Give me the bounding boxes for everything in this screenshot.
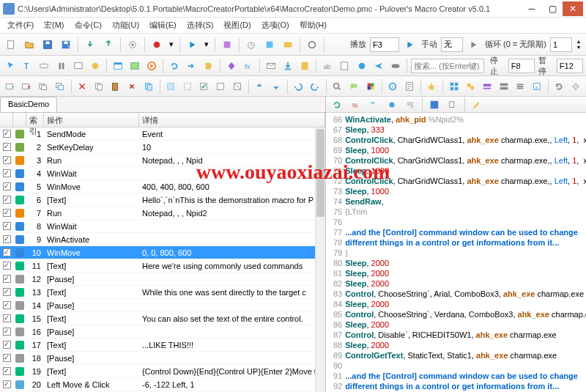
options2-button[interactable] xyxy=(568,78,583,95)
export-button[interactable] xyxy=(100,37,116,53)
row-checkbox[interactable] xyxy=(3,341,11,349)
edit2-button[interactable] xyxy=(402,78,417,95)
row-checkbox[interactable] xyxy=(3,301,11,309)
comment-button[interactable] xyxy=(346,78,361,95)
selectnone-button[interactable] xyxy=(180,78,195,95)
loop-icon[interactable] xyxy=(167,58,182,74)
table-row[interactable]: 8 WinWait xyxy=(0,220,325,233)
selectall-button[interactable] xyxy=(163,78,178,95)
duplicate-button[interactable] xyxy=(141,78,156,95)
text-icon[interactable]: T xyxy=(20,58,34,74)
row-checkbox[interactable] xyxy=(3,156,11,164)
options-button[interactable] xyxy=(304,37,320,53)
label-icon[interactable] xyxy=(201,58,216,74)
play-hotkey-input[interactable] xyxy=(370,37,399,52)
image-icon[interactable] xyxy=(127,58,142,74)
row-checkbox[interactable] xyxy=(3,182,11,191)
invertcheck-button[interactable] xyxy=(230,78,245,95)
open-button[interactable] xyxy=(21,37,37,53)
row-checkbox[interactable] xyxy=(3,275,11,283)
menu-options[interactable]: 选项(O) xyxy=(257,18,294,32)
row-checkbox[interactable] xyxy=(3,196,11,204)
import-button[interactable] xyxy=(82,37,98,53)
checkall-button[interactable] xyxy=(197,78,212,95)
table-row[interactable]: 1 SendMode Event xyxy=(0,127,325,141)
ini-icon[interactable] xyxy=(337,58,352,74)
menu-function[interactable]: 功能(U) xyxy=(108,18,144,32)
play-dropdown[interactable]: ▾ xyxy=(202,37,211,53)
uncheckall-button[interactable] xyxy=(213,78,228,95)
table-row[interactable]: 15 [Text] You can also set the text of t… xyxy=(0,312,325,325)
findwin-button[interactable] xyxy=(385,78,400,95)
search-input[interactable] xyxy=(411,59,484,73)
record-button[interactable] xyxy=(149,37,165,53)
tab-dup-button[interactable] xyxy=(36,78,51,95)
funcs2-button[interactable] xyxy=(497,78,511,95)
scrollbar-vertical[interactable] xyxy=(315,127,325,392)
menu-view[interactable]: 视图(D) xyxy=(219,18,255,32)
ontop-button[interactable] xyxy=(425,78,440,95)
mouse-icon[interactable] xyxy=(3,58,18,74)
macro-grid[interactable]: 索引 操作 详情 1 SendMode Event 2 SetKeyDelay … xyxy=(0,113,325,392)
table-row[interactable]: 16 [Pause] xyxy=(0,325,325,339)
color-button[interactable] xyxy=(363,78,378,95)
row-checkbox[interactable] xyxy=(3,262,11,270)
keywait-icon[interactable] xyxy=(88,58,103,74)
close-button[interactable]: ✕ xyxy=(563,1,583,16)
table-row[interactable]: 13 [Text] While this one was sent direct… xyxy=(0,286,325,299)
row-checkbox[interactable] xyxy=(3,288,11,296)
code-com-icon[interactable] xyxy=(384,97,400,113)
vars-button[interactable]: x xyxy=(530,78,544,95)
run-icon[interactable] xyxy=(144,58,159,74)
code-var-icon[interactable]: % xyxy=(347,97,363,113)
table-row[interactable]: 5 WinMove 400, 400, 800, 600 xyxy=(0,180,325,193)
cut-button[interactable] xyxy=(75,78,89,95)
email-icon[interactable] xyxy=(264,58,278,74)
reset-button[interactable] xyxy=(552,78,567,95)
pause-hotkey-input[interactable] xyxy=(557,59,583,73)
row-checkbox[interactable] xyxy=(3,235,11,243)
timer-button[interactable] xyxy=(243,37,259,53)
row-checkbox[interactable] xyxy=(3,314,11,322)
row-checkbox[interactable] xyxy=(3,328,11,336)
undo-button[interactable] xyxy=(292,78,306,95)
col-detail[interactable]: 详情 xyxy=(139,113,325,127)
row-checkbox[interactable] xyxy=(3,130,11,138)
row-checkbox[interactable] xyxy=(3,367,11,375)
row-checkbox[interactable] xyxy=(3,354,11,362)
table-row[interactable]: 20 Left Move & Click -6, -122 Left, 1 xyxy=(0,378,325,391)
play-hotkey-button[interactable] xyxy=(401,37,418,53)
row-checkbox[interactable] xyxy=(3,169,11,177)
send-icon[interactable] xyxy=(371,58,386,74)
string-icon[interactable]: ab xyxy=(320,58,335,74)
menu-macro[interactable]: 宏(M) xyxy=(40,18,69,32)
record-dropdown[interactable]: ▾ xyxy=(167,37,176,53)
col-operation[interactable]: 操作 xyxy=(44,113,139,127)
table-row[interactable]: 19 [Text] {Control Down}{End}{Control UP… xyxy=(0,365,325,378)
window-icon[interactable] xyxy=(111,58,125,74)
loop-input[interactable] xyxy=(550,37,572,52)
row-checkbox[interactable] xyxy=(3,209,11,217)
context-button[interactable] xyxy=(262,37,278,53)
preview-button[interactable] xyxy=(125,37,141,53)
saveas-button[interactable] xyxy=(58,37,74,53)
row-checkbox[interactable] xyxy=(3,143,11,151)
moveup-button[interactable] xyxy=(252,78,267,95)
code-edit-icon[interactable] xyxy=(469,97,485,113)
special-icon[interactable] xyxy=(37,58,51,74)
redo-button[interactable] xyxy=(308,78,322,95)
delete-button[interactable] xyxy=(125,78,139,95)
table-row[interactable]: 7 Run Notepad, , , Npid2 xyxy=(0,207,325,220)
showhide-button[interactable] xyxy=(280,37,296,53)
tab-dup2-button[interactable] xyxy=(53,78,67,95)
code-copy-icon[interactable] xyxy=(445,97,461,113)
funcs3-button[interactable] xyxy=(513,78,528,95)
new-button[interactable] xyxy=(3,37,19,53)
controller-icon[interactable] xyxy=(388,58,403,74)
menu-select[interactable]: 选择(S) xyxy=(182,18,218,32)
if-icon[interactable] xyxy=(224,58,239,74)
table-row[interactable]: 11 [Text] Here we're using commonly used… xyxy=(0,259,325,273)
goto-icon[interactable] xyxy=(184,58,199,74)
tab-close-button[interactable]: × xyxy=(20,78,34,95)
table-row[interactable]: 12 [Pause] xyxy=(0,273,325,286)
